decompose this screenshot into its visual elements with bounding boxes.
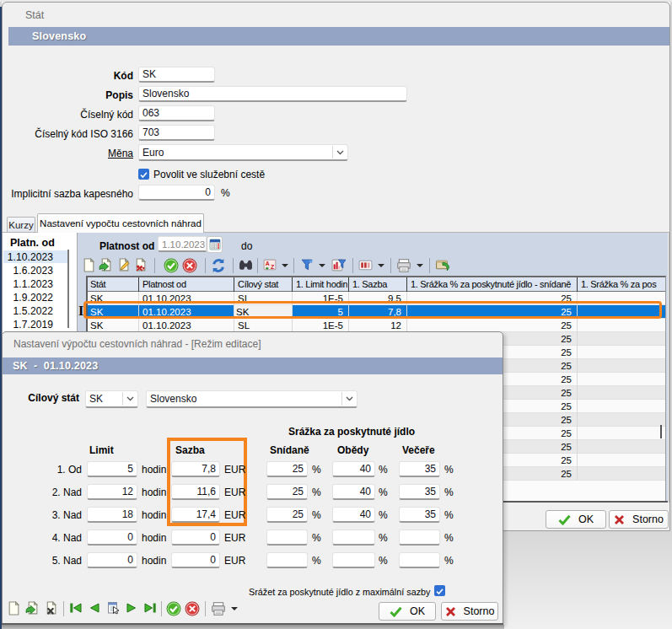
svg-text:A: A (266, 261, 270, 266)
